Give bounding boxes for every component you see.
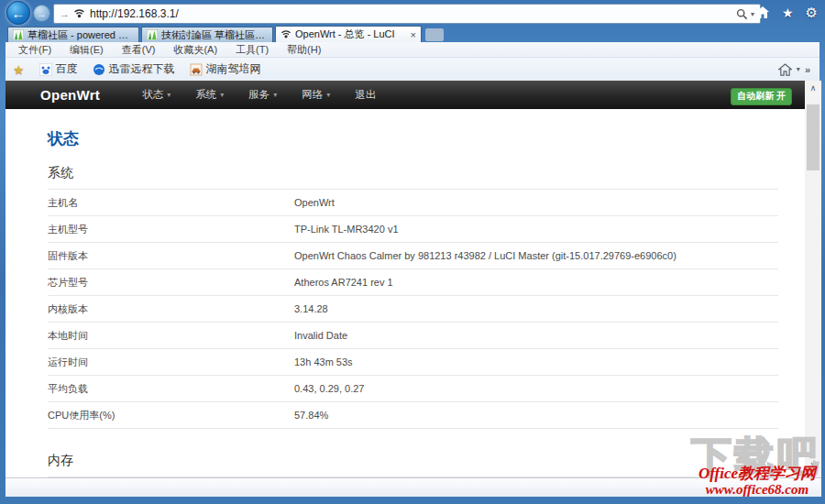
tab-2[interactable]: 技術討論區 草榴社區 - power...: [141, 27, 273, 42]
back-button[interactable]: [6, 1, 30, 25]
favorite-baidu[interactable]: 百度: [32, 61, 85, 77]
table-row: 内核版本3.14.28: [48, 296, 778, 323]
luci-nav-menu: 状态 系统 服务 网络 退出: [142, 88, 376, 102]
nav-services[interactable]: 服务: [248, 88, 277, 102]
table-row: 芯片型号Atheros AR7241 rev 1: [48, 269, 778, 296]
search-icon: [736, 8, 748, 20]
caret-down-icon: [220, 91, 224, 99]
menu-favorites[interactable]: 收藏夹(A): [164, 43, 226, 57]
favbar-overflow: [778, 63, 820, 76]
site-favicon-broadcast-icon: [73, 8, 85, 20]
tab-1[interactable]: 草榴社區 - powered by php...: [7, 27, 139, 42]
settings-gear-icon[interactable]: [806, 5, 818, 20]
favorite-driving-site[interactable]: 湖南驾培网: [182, 61, 269, 77]
row-value: 3.14.28: [294, 303, 778, 314]
row-value: Atheros AR7241 rev 1: [294, 277, 778, 288]
favorites-bar: 百度 迅雷远程下载 湖南驾培网: [6, 58, 820, 81]
toolbar-actions: [755, 5, 818, 20]
favorite-label: 迅雷远程下载: [109, 61, 175, 77]
tab-close-icon[interactable]: [405, 29, 416, 40]
car-icon: [190, 63, 203, 76]
table-row: 主机名OpenWrt: [48, 190, 778, 216]
nav-label: 状态: [142, 88, 163, 102]
row-value: OpenWrt Chaos Calmer by 981213 r43982 / …: [294, 250, 778, 261]
row-value: 0.43, 0.29, 0.27: [294, 383, 778, 394]
url-text[interactable]: http://192.168.3.1/: [90, 7, 179, 20]
address-bar[interactable]: http://192.168.3.1/: [53, 4, 761, 24]
auto-refresh-badge[interactable]: 自动刷新 开: [731, 88, 792, 105]
row-label: 主机型号: [48, 223, 294, 236]
forward-button[interactable]: [33, 5, 50, 22]
caret-down-icon: [326, 91, 330, 99]
menu-bar: 文件(F) 编辑(E) 查看(V) 收藏夹(A) 工具(T) 帮助(H): [6, 42, 820, 58]
openwrt-brand[interactable]: OpenWrt: [40, 87, 100, 103]
row-label: 固件版本: [48, 249, 294, 263]
row-value: OpenWrt: [294, 197, 778, 208]
baidu-paw-icon: [39, 63, 52, 76]
table-row: 运行时间13h 43m 53s: [48, 349, 778, 376]
menu-help[interactable]: 帮助(H): [278, 43, 330, 57]
page-title: 状态: [48, 128, 805, 149]
tab-active-openwrt[interactable]: OpenWrt - 总览 - LuCI: [275, 26, 422, 42]
new-tab-stub[interactable]: [425, 28, 444, 41]
tab-3-favicon-broadcast-icon: [280, 29, 292, 40]
nav-label: 系统: [195, 88, 216, 102]
search-caret-icon: [751, 10, 754, 18]
nav-label: 服务: [248, 88, 270, 102]
nav-system[interactable]: 系统: [195, 88, 224, 102]
menu-tools[interactable]: 工具(T): [226, 43, 278, 57]
caret-down-icon: [273, 91, 277, 99]
menu-file[interactable]: 文件(F): [9, 43, 60, 57]
tab-bar: 草榴社區 - powered by php... 技術討論區 草榴社區 - po…: [6, 26, 820, 42]
tab-title: 技術討論區 草榴社區 - power...: [161, 28, 268, 42]
table-row: CPU使用率(%)57.84%: [48, 402, 778, 429]
nav-label: 网络: [302, 88, 323, 102]
row-value: TP-Link TL-MR3420 v1: [294, 224, 778, 235]
home-small-icon[interactable]: [778, 63, 792, 76]
add-favorite-star-icon[interactable]: [13, 62, 25, 77]
luci-navbar: OpenWrt 状态 系统 服务 网络 退出 自动刷新 开: [6, 81, 805, 109]
nav-status[interactable]: 状态: [142, 88, 170, 102]
row-label: 内核版本: [48, 302, 294, 316]
favorites-icon[interactable]: [782, 5, 794, 20]
luci-status-page: 状态 系统 主机名OpenWrt 主机型号TP-Link TL-MR3420 v…: [6, 109, 805, 477]
favorite-label: 湖南驾培网: [206, 61, 261, 77]
row-label: 本地时间: [48, 329, 294, 343]
row-label: CPU使用率(%): [48, 409, 294, 422]
row-value: 13h 43m 53s: [294, 356, 778, 367]
row-label: 平均负载: [48, 382, 294, 396]
nav-network[interactable]: 网络: [302, 88, 330, 102]
tab-2-favicon-leaf-icon: [147, 29, 158, 40]
favorite-thunder[interactable]: 迅雷远程下载: [85, 61, 182, 77]
menu-edit[interactable]: 编辑(E): [60, 43, 113, 57]
vertical-scrollbar[interactable]: [805, 81, 821, 477]
home-caret-icon[interactable]: [797, 65, 800, 73]
home-icon[interactable]: [755, 5, 770, 19]
table-row: 本地时间Invalid Date: [48, 323, 778, 349]
nav-label: 退出: [355, 88, 376, 102]
browser-window: http://192.168.3.1/ 草榴社區 - powered by ph…: [0, 0, 825, 504]
row-value: 57.84%: [294, 410, 778, 421]
goto-arrow-icon: [60, 8, 70, 19]
row-label: 运行时间: [48, 356, 294, 369]
caret-down-icon: [167, 91, 170, 99]
system-table: 主机名OpenWrt 主机型号TP-Link TL-MR3420 v1 固件版本…: [48, 189, 778, 429]
address-search-zone[interactable]: [736, 8, 756, 20]
scroll-up-icon[interactable]: [805, 81, 821, 95]
nav-logout[interactable]: 退出: [355, 88, 376, 102]
watermark-line2: www.office68.com: [698, 482, 816, 497]
row-label: 芯片型号: [48, 276, 294, 290]
overflow-chevrons-icon[interactable]: [805, 64, 810, 75]
thunder-globe-icon: [93, 63, 105, 76]
tab-1-favicon-leaf-icon: [13, 29, 24, 40]
table-row: 主机型号TP-Link TL-MR3420 v1: [48, 216, 778, 243]
system-section-heading: 系统: [48, 165, 805, 189]
scrollbar-thumb[interactable]: [807, 104, 820, 170]
row-label: 主机名: [48, 196, 294, 210]
tab-title: OpenWrt - 总览 - LuCI: [295, 27, 395, 41]
menu-view[interactable]: 查看(V): [113, 43, 165, 57]
table-row: 固件版本OpenWrt Chaos Calmer by 981213 r4398…: [48, 243, 778, 269]
favorite-label: 百度: [56, 61, 78, 77]
row-value: Invalid Date: [294, 330, 778, 341]
tab-title: 草榴社區 - powered by php...: [28, 28, 134, 42]
